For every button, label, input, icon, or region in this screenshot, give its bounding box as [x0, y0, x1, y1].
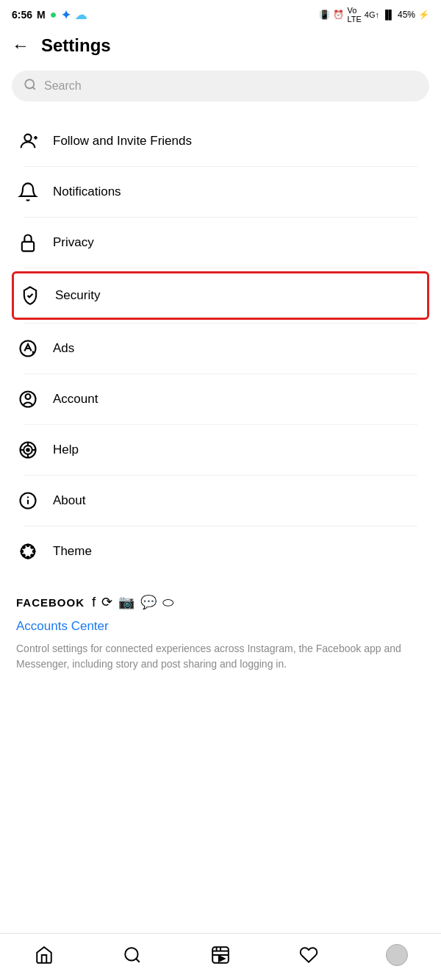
svg-point-30	[125, 948, 137, 960]
bell-icon	[16, 180, 40, 204]
lock-icon	[16, 231, 40, 254]
status-bar: 6:56 M ● ✦ ☁ 📳 ⏰ VoLTE 4G↑ ▐▌ 45% ⚡	[0, 0, 441, 26]
battery-icon: ⚡	[418, 10, 429, 20]
menu-item-notifications[interactable]: Notifications	[12, 167, 429, 217]
theme-label: Theme	[53, 544, 92, 559]
ads-label: Ads	[53, 341, 74, 356]
nav-activity[interactable]	[290, 940, 327, 970]
svg-point-29	[23, 554, 25, 557]
about-label: About	[53, 493, 85, 508]
menu-item-about[interactable]: About	[12, 476, 429, 526]
nav-home[interactable]	[26, 940, 62, 970]
security-label: Security	[55, 288, 100, 303]
follow-label: Follow and Invite Friends	[53, 134, 192, 149]
svg-point-27	[31, 554, 33, 557]
svg-marker-37	[219, 956, 225, 962]
profile-avatar	[386, 944, 408, 966]
meta-quest-icon: ⬭	[162, 595, 173, 610]
whatsapp-brand-icon: 💬	[140, 594, 157, 610]
blue-icon-1: ✦	[61, 8, 71, 22]
menu-item-follow[interactable]: Follow and Invite Friends	[12, 116, 429, 166]
theme-icon	[16, 540, 40, 563]
svg-point-10	[26, 394, 31, 399]
search-nav-icon	[123, 945, 142, 965]
facebook-heading: FACEBOOK	[16, 596, 85, 609]
instagram-brand-icon: 📷	[118, 594, 135, 610]
menu-list: Follow and Invite Friends Notifications …	[0, 116, 441, 576]
svg-line-31	[136, 959, 140, 962]
menu-item-privacy[interactable]: Privacy	[12, 218, 429, 268]
facebook-brand-icons: f ⟳ 📷 💬 ⬭	[92, 594, 173, 610]
search-placeholder: Search	[44, 79, 82, 93]
vibrate-icon: 📳	[319, 10, 330, 20]
nav-profile[interactable]	[379, 940, 415, 970]
notifications-label: Notifications	[53, 185, 121, 199]
signal-icon-1: 4G↑	[365, 10, 379, 19]
back-button[interactable]: ←	[12, 35, 29, 56]
status-right: 📳 ⏰ VoLTE 4G↑ ▐▌ 45% ⚡	[319, 6, 429, 24]
accounts-center-description: Control settings for connected experienc…	[16, 641, 425, 672]
facebook-title-row: FACEBOOK f ⟳ 📷 💬 ⬭	[16, 594, 425, 610]
whatsapp-icon: ●	[50, 8, 57, 21]
search-container: Search	[0, 68, 441, 116]
privacy-label: Privacy	[53, 235, 94, 250]
nav-search[interactable]	[114, 940, 151, 970]
search-bar[interactable]: Search	[12, 71, 429, 101]
help-icon	[16, 438, 40, 462]
heart-icon	[299, 945, 318, 965]
svg-point-13	[26, 448, 29, 451]
accounts-center-link[interactable]: Accounts Center	[16, 619, 425, 634]
svg-point-2	[24, 135, 31, 141]
ads-icon	[16, 337, 40, 360]
svg-point-20	[27, 497, 28, 498]
gmail-icon: M	[37, 9, 46, 21]
menu-item-ads[interactable]: Ads	[12, 323, 429, 373]
home-icon	[35, 945, 54, 965]
svg-line-1	[32, 87, 35, 89]
status-left: 6:56 M ● ✦ ☁	[12, 8, 87, 22]
svg-point-26	[23, 546, 25, 548]
svg-point-23	[27, 557, 29, 559]
facebook-brand-icon: f	[92, 594, 96, 610]
volte-icon: VoLTE	[347, 6, 361, 24]
facebook-section: FACEBOOK f ⟳ 📷 💬 ⬭ Accounts Center Contr…	[0, 576, 441, 678]
shield-icon	[18, 284, 42, 307]
info-icon	[16, 489, 40, 512]
svg-point-0	[25, 79, 34, 88]
header: ← Settings	[0, 26, 441, 68]
status-time: 6:56	[12, 9, 32, 21]
help-label: Help	[53, 443, 79, 457]
account-icon	[16, 387, 40, 411]
menu-item-theme[interactable]: Theme	[12, 526, 429, 576]
svg-rect-5	[22, 242, 34, 251]
search-icon	[24, 78, 37, 94]
svg-point-24	[21, 551, 23, 553]
page-title: Settings	[41, 35, 111, 56]
nav-reels[interactable]	[202, 940, 239, 970]
blue-icon-2: ☁	[75, 8, 87, 22]
menu-item-account[interactable]: Account	[12, 374, 429, 424]
svg-point-22	[27, 544, 29, 546]
follow-icon	[16, 129, 40, 153]
menu-item-help[interactable]: Help	[12, 425, 429, 475]
svg-point-28	[31, 546, 33, 548]
bottom-nav	[0, 933, 441, 980]
svg-point-25	[33, 551, 35, 553]
battery-text: 45%	[398, 10, 415, 20]
reels-icon	[211, 945, 230, 965]
menu-item-security[interactable]: Security	[12, 271, 429, 320]
alarm-icon: ⏰	[333, 10, 344, 20]
signal-icon-2: ▐▌	[382, 10, 395, 20]
account-label: Account	[53, 392, 98, 407]
messenger-brand-icon: ⟳	[101, 594, 112, 610]
